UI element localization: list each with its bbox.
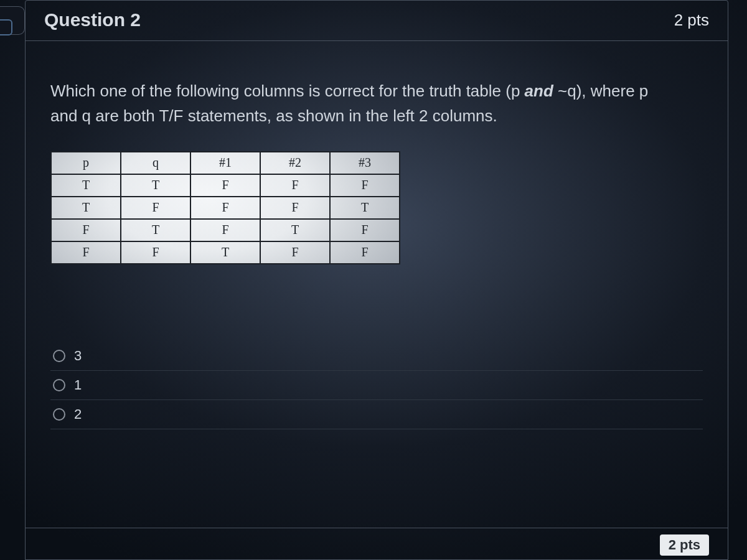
- col-header-2: #2: [260, 152, 330, 174]
- col-header-3: #3: [330, 152, 400, 174]
- option-1[interactable]: 1: [50, 371, 703, 400]
- cell: T: [190, 241, 260, 264]
- question-prompt: Which one of the following columns is co…: [50, 78, 673, 129]
- table-row: F T F T F: [51, 219, 400, 241]
- bookmark-icon: [0, 19, 12, 35]
- option-label: 1: [74, 377, 82, 393]
- footer-points: 2 pts: [660, 534, 709, 556]
- question-title: Question 2: [44, 9, 141, 30]
- truth-table: p q #1 #2 #3 T T F F F: [50, 151, 400, 264]
- option-2[interactable]: 2: [50, 400, 703, 429]
- question-footer: 2 pts: [26, 528, 728, 559]
- cell: T: [121, 174, 190, 197]
- cell: F: [51, 241, 121, 264]
- cell: F: [190, 174, 260, 197]
- question-card: Question 2 2 pts Which one of the follow…: [25, 0, 728, 560]
- truth-table-container: p q #1 #2 #3 T T F F F: [50, 151, 400, 264]
- option-3[interactable]: 3: [50, 342, 703, 371]
- cell: F: [190, 219, 260, 241]
- question-header: Question 2 2 pts: [26, 1, 728, 41]
- cell: F: [190, 197, 260, 219]
- prompt-bold: and: [525, 82, 553, 100]
- cell: T: [330, 197, 400, 219]
- nav-tab-edge: [0, 6, 25, 35]
- question-body: Which one of the following columns is co…: [26, 41, 728, 528]
- cell: F: [121, 241, 190, 264]
- cell: F: [260, 197, 330, 219]
- table-row: T T F F F: [51, 174, 400, 197]
- option-label: 3: [74, 348, 82, 364]
- cell: F: [121, 197, 190, 219]
- col-header-p: p: [51, 152, 121, 174]
- question-points: 2 pts: [674, 11, 709, 30]
- cell: T: [121, 219, 190, 241]
- table-row: F F T F F: [51, 241, 400, 264]
- cell: F: [260, 241, 330, 264]
- cell: T: [51, 197, 121, 219]
- cell: T: [51, 174, 121, 197]
- cell: F: [260, 174, 330, 197]
- cell: F: [51, 219, 121, 241]
- table-row: T F F F T: [51, 197, 400, 219]
- cell: F: [330, 241, 400, 264]
- option-label: 2: [74, 406, 82, 422]
- prompt-text-1: Which one of the following columns is co…: [50, 82, 525, 100]
- col-header-q: q: [121, 152, 190, 174]
- answer-options: 3 1 2: [50, 342, 703, 429]
- radio-icon[interactable]: [53, 379, 65, 391]
- radio-icon[interactable]: [53, 350, 65, 362]
- cell: F: [330, 174, 400, 197]
- radio-icon[interactable]: [53, 408, 65, 421]
- cell: T: [260, 219, 330, 241]
- col-header-1: #1: [190, 152, 260, 174]
- cell: F: [330, 219, 400, 241]
